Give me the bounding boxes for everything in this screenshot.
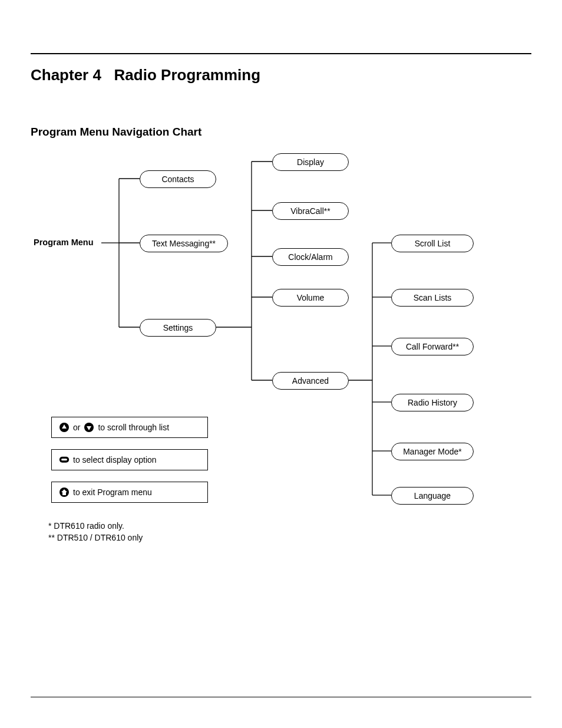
- node-scroll-list: Scroll List: [391, 235, 474, 252]
- footnote-2: ** DTR510 / DTR610 only: [48, 532, 531, 544]
- top-horizontal-rule: [31, 53, 531, 54]
- node-settings: Settings: [140, 319, 216, 337]
- chapter-title: Radio Programming: [114, 66, 260, 84]
- legend-exit-text: to exit Program menu: [73, 487, 152, 497]
- chapter-heading: Chapter 4 Radio Programming: [31, 66, 531, 84]
- node-text-messaging: Text Messaging**: [140, 235, 228, 252]
- arrow-down-icon: [84, 422, 94, 433]
- select-button-icon: [59, 454, 70, 465]
- legend-select: to select display option: [51, 449, 208, 470]
- node-vibracall: VibraCall**: [272, 202, 349, 220]
- footnote-1: * DTR610 radio only.: [48, 521, 531, 532]
- svg-rect-25: [61, 459, 67, 460]
- section-heading: Program Menu Navigation Chart: [31, 126, 531, 139]
- arrow-up-icon: [59, 422, 70, 433]
- legend-select-text: to select display option: [73, 455, 157, 465]
- node-volume: Volume: [272, 289, 349, 307]
- footnotes: * DTR610 radio only. ** DTR510 / DTR610 …: [48, 521, 531, 543]
- node-advanced: Advanced: [272, 372, 349, 390]
- navigation-chart: Program Menu Contacts Text Messaging** S…: [31, 144, 490, 510]
- node-call-forward: Call Forward**: [391, 338, 474, 355]
- legend-scroll-text: to scroll through list: [98, 423, 169, 432]
- legend-scroll: or to scroll through list: [51, 417, 208, 438]
- legend-scroll-or: or: [73, 423, 80, 432]
- legend-exit: to exit Program menu: [51, 482, 208, 503]
- node-radio-history: Radio History: [391, 394, 474, 411]
- node-language: Language: [391, 487, 474, 505]
- node-manager-mode: Manager Mode*: [391, 443, 474, 460]
- chapter-number: Chapter 4: [31, 66, 101, 84]
- node-scan-lists: Scan Lists: [391, 289, 474, 307]
- home-icon: [59, 487, 70, 498]
- bottom-horizontal-rule: [31, 697, 531, 697]
- node-display: Display: [272, 153, 349, 171]
- root-program-menu: Program Menu: [34, 238, 94, 247]
- node-clock-alarm: Clock/Alarm: [272, 248, 349, 266]
- node-contacts: Contacts: [140, 170, 216, 188]
